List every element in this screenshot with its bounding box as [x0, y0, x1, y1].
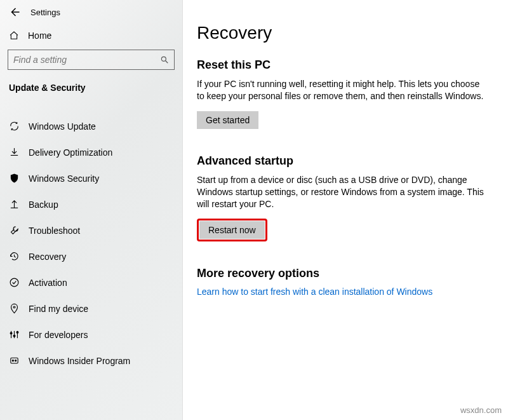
shield-icon: [9, 173, 20, 184]
nav-label: Find my device: [29, 304, 88, 314]
nav-delivery-optimization[interactable]: Delivery Optimization: [0, 139, 182, 165]
sync-icon: [9, 121, 20, 132]
nav-label: Troubleshoot: [29, 226, 80, 236]
app-title: Settings: [30, 8, 60, 17]
section-reset-pc: Reset this PC If your PC isn't running w…: [197, 58, 494, 129]
more-title: More recovery options: [197, 267, 494, 280]
nav-label: Backup: [29, 200, 58, 210]
svg-point-8: [13, 335, 15, 337]
reset-desc: If your PC isn't running well, resetting…: [197, 78, 489, 102]
home-nav[interactable]: Home: [0, 22, 182, 47]
nav-label: Windows Insider Program: [29, 356, 130, 366]
svg-point-12: [12, 360, 13, 361]
nav-activation[interactable]: Activation: [0, 269, 182, 295]
nav-label: Recovery: [29, 252, 66, 262]
nav-backup[interactable]: Backup: [0, 191, 182, 217]
location-icon: [9, 303, 20, 314]
home-icon: [9, 30, 19, 41]
home-label: Home: [28, 30, 51, 41]
nav-windows-insider[interactable]: Windows Insider Program: [0, 348, 182, 374]
reset-title: Reset this PC: [197, 58, 494, 72]
backup-arrow-icon: [9, 199, 20, 210]
nav-label: Delivery Optimization: [29, 147, 112, 158]
download-icon: [9, 147, 20, 158]
search-box[interactable]: [8, 50, 175, 70]
check-circle-icon: [9, 277, 20, 288]
nav-windows-update[interactable]: Windows Update: [0, 113, 182, 139]
nav-list: Windows Update Delivery Optimization Win…: [0, 113, 182, 374]
nav-troubleshoot[interactable]: Troubleshoot: [0, 217, 182, 243]
start-fresh-link[interactable]: Learn how to start fresh with a clean in…: [197, 287, 432, 297]
history-icon: [9, 251, 20, 262]
nav-for-developers[interactable]: For developers: [0, 322, 182, 348]
nav-find-my-device[interactable]: Find my device: [0, 295, 182, 322]
insider-icon: [9, 355, 20, 366]
content-pane: Recovery Reset this PC If your PC isn't …: [183, 0, 508, 420]
advanced-desc: Start up from a device or disc (such as …: [197, 174, 489, 210]
svg-point-3: [10, 278, 18, 287]
search-icon: [160, 55, 169, 64]
nav-recovery[interactable]: Recovery: [0, 243, 182, 269]
section-more-recovery: More recovery options Learn how to start…: [197, 267, 494, 297]
search-input[interactable]: [13, 55, 160, 65]
header-row: Settings: [0, 0, 182, 22]
back-arrow-icon[interactable]: [9, 6, 20, 18]
nav-label: Activation: [29, 278, 67, 288]
svg-point-4: [13, 306, 15, 308]
svg-rect-11: [11, 358, 18, 363]
nav-label: For developers: [29, 330, 88, 340]
category-label: Update & Security: [0, 76, 182, 102]
restart-now-highlight: Restart now: [197, 219, 267, 241]
nav-label: Windows Update: [29, 121, 96, 132]
svg-point-13: [15, 360, 17, 361]
wrench-icon: [9, 225, 20, 236]
get-started-button[interactable]: Get started: [197, 111, 258, 129]
nav-label: Windows Security: [29, 173, 99, 184]
svg-point-6: [10, 332, 12, 334]
svg-line-2: [166, 61, 168, 64]
svg-point-10: [17, 332, 18, 334]
page-title: Recovery: [197, 23, 494, 43]
sidebar: Settings Home Update & Security: [0, 0, 183, 420]
svg-point-1: [161, 57, 166, 61]
advanced-title: Advanced startup: [197, 154, 494, 168]
watermark: wsxdn.com: [460, 405, 502, 415]
restart-now-button[interactable]: Restart now: [199, 221, 265, 239]
nav-windows-security[interactable]: Windows Security: [0, 165, 182, 191]
sliders-icon: [9, 329, 20, 340]
section-advanced-startup: Advanced startup Start up from a device …: [197, 154, 494, 242]
